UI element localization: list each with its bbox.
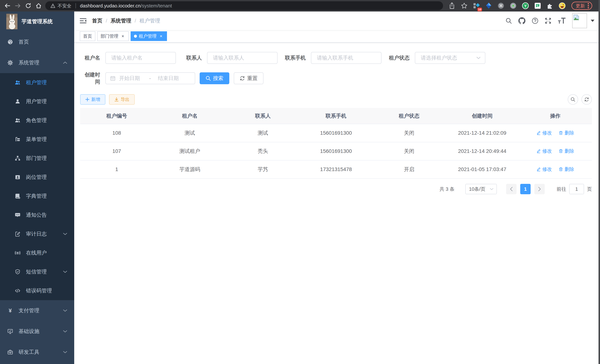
- edit-button[interactable]: 修改: [536, 130, 552, 136]
- sidebar-item-sms[interactable]: 短信管理: [0, 262, 74, 281]
- tab-dept[interactable]: 部门管理×: [97, 31, 129, 41]
- avatar-caret-icon[interactable]: [591, 20, 594, 22]
- tab-home[interactable]: 首页: [80, 31, 95, 41]
- sidebar-item-user[interactable]: 用户管理: [0, 92, 74, 111]
- help-icon[interactable]: [532, 18, 538, 24]
- export-button[interactable]: 导出: [109, 94, 135, 105]
- delete-button[interactable]: 删除: [559, 130, 574, 136]
- extension-command-icon[interactable]: ⌘: [497, 2, 505, 9]
- extension-y-icon[interactable]: Y: [522, 2, 529, 9]
- sidebar-item-home[interactable]: 首页: [0, 32, 74, 52]
- omnibox-divider: [75, 3, 76, 8]
- font-size-icon[interactable]: [558, 18, 566, 24]
- sidebar-item-system[interactable]: 系统管理: [0, 52, 74, 73]
- close-icon[interactable]: ×: [159, 34, 164, 39]
- window-edge: [599, 0, 600, 364]
- browser-update-button[interactable]: 更新: [572, 2, 592, 10]
- extension-tag-assistant-icon[interactable]: 10: [473, 2, 480, 9]
- phone-input[interactable]: [311, 52, 381, 64]
- github-icon[interactable]: [518, 17, 525, 24]
- sidebar-item-infra[interactable]: 基础设施: [0, 321, 74, 342]
- chevron-left-icon: [510, 187, 513, 191]
- breadcrumb-section[interactable]: 系统管理: [111, 17, 131, 24]
- sidebar-item-audit-log[interactable]: 审计日志: [0, 224, 74, 243]
- delete-button[interactable]: 删除: [559, 166, 574, 173]
- edit-button[interactable]: 修改: [536, 166, 552, 173]
- share-icon[interactable]: [448, 2, 456, 9]
- contact-input[interactable]: [207, 52, 278, 64]
- address-bar[interactable]: 不安全 dashboard.yudao.iocoder.cn/system/te…: [45, 1, 443, 10]
- sidebar-logo[interactable]: 芋道管理系统: [0, 11, 74, 32]
- security-warning[interactable]: 不安全: [50, 3, 71, 9]
- browser-back-button[interactable]: [2, 0, 13, 11]
- toggle-search-button[interactable]: [568, 94, 578, 105]
- refresh-table-button[interactable]: [581, 94, 592, 105]
- delete-button[interactable]: 删除: [559, 148, 574, 154]
- gear-icon: [7, 60, 13, 65]
- tab-tenant[interactable]: 租户管理×: [131, 31, 167, 41]
- extensions-puzzle-icon[interactable]: [546, 2, 554, 9]
- avatar[interactable]: [572, 13, 587, 28]
- sidebar-item-notice[interactable]: 通知公告: [0, 205, 74, 224]
- edit-icon: [536, 131, 541, 135]
- svg-text:Y: Y: [524, 4, 527, 8]
- shield-icon: [15, 269, 20, 275]
- reset-button[interactable]: 重置: [234, 72, 263, 84]
- app-title: 芋道管理系统: [21, 18, 53, 25]
- hamburger-icon[interactable]: [80, 18, 86, 24]
- browser-reload-button[interactable]: [23, 0, 33, 11]
- prev-page-button[interactable]: [506, 184, 516, 194]
- table-row: 107 测试租户 秃头 15601691300 关闭 2021-12-14 20…: [80, 142, 592, 160]
- table-row: 108 测试 测试 15601691300 关闭 2021-12-14 21:0…: [80, 124, 592, 142]
- extension-chat-icon[interactable]: [534, 2, 541, 9]
- page-size-select[interactable]: 10条/页: [465, 184, 497, 194]
- fullscreen-icon[interactable]: [545, 18, 551, 24]
- code-icon: [15, 288, 20, 293]
- close-icon[interactable]: ×: [120, 34, 125, 39]
- sidebar-item-dict[interactable]: 字典管理: [0, 187, 74, 205]
- date-range-picker[interactable]: 开始日期 - 结束日期: [105, 72, 195, 84]
- search-button[interactable]: 搜索: [200, 72, 229, 84]
- header-search-icon[interactable]: [505, 18, 512, 24]
- filter-label-contact: 联系人: [183, 54, 207, 61]
- filter-label-create-time: 创建时间: [80, 71, 105, 85]
- sidebar-item-post[interactable]: 岗位管理: [0, 168, 74, 187]
- bookmark-star-icon[interactable]: [460, 2, 468, 9]
- browser-toolbar: 不安全 dashboard.yudao.iocoder.cn/system/te…: [0, 0, 600, 11]
- extension-recorder-icon[interactable]: [509, 2, 517, 9]
- page-number-current[interactable]: 1: [520, 184, 531, 194]
- sidebar-item-menu[interactable]: 菜单管理: [0, 130, 74, 149]
- chevron-right-icon: [538, 187, 541, 191]
- browser-home-button[interactable]: [33, 0, 44, 11]
- chevron-down-icon: [63, 271, 67, 273]
- log-icon: [15, 231, 20, 237]
- sidebar-item-error-code[interactable]: 错误码管理: [0, 281, 74, 300]
- extension-kite-icon[interactable]: [485, 2, 492, 9]
- add-button[interactable]: 新增: [80, 94, 105, 105]
- goto-unit: 页: [587, 186, 592, 192]
- edit-button[interactable]: 修改: [536, 148, 552, 154]
- sidebar-item-dept[interactable]: 部门管理: [0, 149, 74, 168]
- col-status: 租户状态: [373, 108, 446, 124]
- chevron-down-icon: [63, 351, 67, 354]
- browser-forward-button[interactable]: [13, 0, 23, 11]
- breadcrumb-home[interactable]: 首页: [92, 17, 103, 24]
- sidebar-item-pay[interactable]: ¥ 支付管理: [0, 300, 74, 321]
- status-select[interactable]: 请选择租户状态: [415, 52, 485, 64]
- sidebar-item-online-user[interactable]: 在线用户: [0, 243, 74, 262]
- dictionary-icon: [15, 193, 20, 199]
- trash-icon: [559, 167, 563, 171]
- tenant-name-input[interactable]: [105, 52, 176, 64]
- filter-label-status: 租户状态: [389, 54, 415, 61]
- breadcrumb-current: 租户管理: [140, 17, 160, 24]
- select-chevron-icon: [477, 56, 480, 59]
- sidebar-item-role[interactable]: 角色管理: [0, 111, 74, 130]
- goto-page-input[interactable]: [569, 184, 584, 194]
- next-page-button[interactable]: [534, 184, 545, 194]
- extension-emoji-icon[interactable]: [558, 2, 566, 9]
- sidebar-item-devtool[interactable]: 研发工具: [0, 342, 74, 363]
- sidebar-item-tenant[interactable]: 租户管理: [0, 73, 74, 92]
- browser-menu-icon[interactable]: [588, 3, 589, 9]
- yen-icon: ¥: [7, 308, 13, 314]
- col-phone: 联系手机: [300, 108, 373, 124]
